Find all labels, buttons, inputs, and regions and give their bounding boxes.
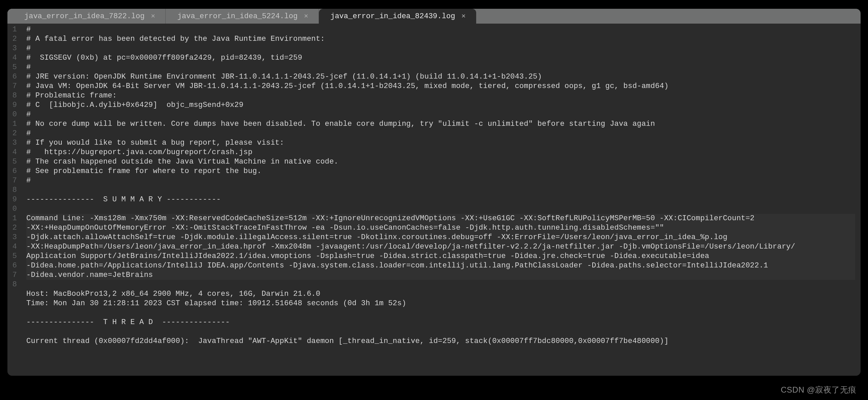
code-line (26, 308, 855, 318)
code-line (26, 280, 855, 289)
line-number: 4 (7, 53, 19, 63)
line-number: 2 (7, 129, 19, 138)
code-line: # JRE version: OpenJDK Runtime Environme… (26, 72, 855, 82)
line-number: 3 (7, 138, 19, 148)
code-line: # (26, 176, 855, 185)
line-number: 1 (7, 25, 19, 34)
tab-file-82439[interactable]: java_error_in_idea_82439.log ✕ (319, 9, 476, 24)
code-line: # No core dump will be written. Core dum… (26, 119, 855, 129)
line-number: 2 (7, 34, 19, 44)
line-number: 3 (7, 233, 19, 242)
close-icon[interactable]: ✕ (303, 13, 309, 19)
code-line (26, 327, 855, 337)
tab-file-5224[interactable]: java_error_in_idea_5224.log ✕ (166, 9, 319, 24)
code-line: # If you would like to submit a bug repo… (26, 138, 855, 148)
code-line (26, 204, 855, 214)
line-number: 2 (7, 223, 19, 233)
tab-label: java_error_in_idea_7822.log (24, 12, 144, 21)
line-number-gutter: 1234567890123456789012345678 (7, 24, 19, 376)
close-icon[interactable]: ✕ (150, 13, 156, 19)
line-number: 9 (7, 101, 19, 110)
editor-area[interactable]: 1234567890123456789012345678 ## A fatal … (7, 24, 861, 376)
code-line: # (26, 25, 855, 34)
code-line: # (26, 129, 855, 138)
code-line: -Didea.home.path=/Applications/IntelliJ … (26, 261, 855, 270)
code-line: # C [libobjc.A.dylib+0x6429] objc_msgSen… (26, 101, 855, 110)
watermark: CSDN @寂夜了无痕 (781, 384, 857, 395)
code-line: # See problematic frame for where to rep… (26, 167, 855, 176)
line-number: 0 (7, 110, 19, 119)
tab-label: java_error_in_idea_5224.log (177, 12, 297, 21)
code-line: -XX:HeapDumpPath=/Users/leon/java_error_… (26, 242, 855, 252)
line-number: 4 (7, 242, 19, 252)
tab-label: java_error_in_idea_82439.log (330, 12, 455, 21)
line-number: 6 (7, 72, 19, 82)
code-line: # SIGSEGV (0xb) at pc=0x00007ff809fa2429… (26, 53, 855, 63)
code-line: --------------- S U M M A R Y ----------… (26, 195, 855, 204)
code-line: # https://bugreport.java.com/bugreport/c… (26, 148, 855, 157)
line-number: 7 (7, 82, 19, 91)
code-line: # Problematic frame: (26, 91, 855, 101)
code-line: --------------- T H R E A D ------------… (26, 318, 855, 327)
line-number: 6 (7, 261, 19, 270)
close-icon[interactable]: ✕ (461, 13, 467, 19)
line-number: 7 (7, 176, 19, 185)
line-number: 9 (7, 195, 19, 204)
tab-bar: java_error_in_idea_7822.log ✕ java_error… (7, 9, 861, 24)
code-line: # Java VM: OpenJDK 64-Bit Server VM JBR-… (26, 82, 855, 91)
code-line: Application Support/JetBrains/IntelliJId… (26, 252, 855, 261)
line-number: 8 (7, 185, 19, 195)
line-number: 5 (7, 252, 19, 261)
line-number: 8 (7, 280, 19, 289)
code-line: Command Line: -Xms128m -Xmx750m -XX:Rese… (26, 214, 855, 223)
line-number: 5 (7, 63, 19, 72)
code-content[interactable]: ## A fatal error has been detected by th… (19, 24, 861, 376)
code-line: # The crash happened outside the Java Vi… (26, 157, 855, 167)
line-number: 3 (7, 44, 19, 53)
line-number: 5 (7, 157, 19, 167)
code-line: -XX:+HeapDumpOnOutOfMemoryError -XX:-Omi… (26, 223, 855, 233)
code-line: # A fatal error has been detected by the… (26, 34, 855, 44)
code-line: # (26, 44, 855, 53)
line-number: 4 (7, 148, 19, 157)
code-line: Time: Mon Jan 30 21:28:11 2023 CST elaps… (26, 299, 855, 308)
line-number: 6 (7, 167, 19, 176)
line-number: 0 (7, 204, 19, 214)
line-number: 1 (7, 119, 19, 129)
code-line (26, 185, 855, 195)
line-number: 8 (7, 91, 19, 101)
code-line: -Djdk.attach.allowAttachSelf=true -Djdk.… (26, 233, 855, 242)
code-line: -Didea.vendor.name=JetBrains (26, 270, 855, 280)
editor-window: java_error_in_idea_7822.log ✕ java_error… (7, 9, 861, 376)
tab-file-7822[interactable]: java_error_in_idea_7822.log ✕ (7, 9, 166, 24)
line-number: 1 (7, 214, 19, 223)
code-line: # (26, 63, 855, 72)
code-line: Current thread (0x00007fd2dd4af000): Jav… (26, 337, 855, 346)
code-line: # (26, 110, 855, 119)
code-line: Host: MacBookPro13,2 x86_64 2900 MHz, 4 … (26, 289, 855, 299)
line-number: 7 (7, 270, 19, 280)
